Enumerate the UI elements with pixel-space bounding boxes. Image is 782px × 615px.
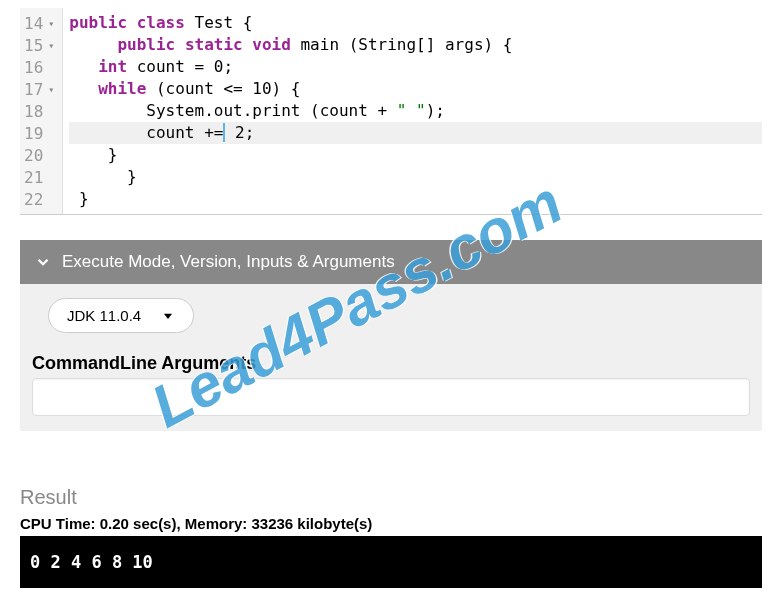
gutter-line: 15▾ — [24, 34, 54, 56]
code-line[interactable]: } — [69, 166, 762, 188]
code-line[interactable]: public class Test { — [69, 12, 762, 34]
gutter-line: 21 — [24, 166, 54, 188]
result-title: Result — [20, 486, 762, 509]
gutter-line: 16 — [24, 56, 54, 78]
code-line[interactable]: System.out.print (count + " "); — [69, 100, 762, 122]
gutter-line: 18 — [24, 100, 54, 122]
settings-header-label: Execute Mode, Version, Inputs & Argument… — [62, 252, 395, 272]
code-line[interactable]: public static void main (String[] args) … — [69, 34, 762, 56]
gutter-line: 14▾ — [24, 12, 54, 34]
code-line[interactable]: } — [69, 188, 762, 210]
caret-down-icon — [161, 309, 175, 323]
args-input[interactable] — [32, 378, 750, 416]
line-gutter: 14▾ 15▾ 16 17▾ 18 19 20 21 22 — [20, 8, 63, 214]
gutter-line: 20 — [24, 144, 54, 166]
gutter-line: 19 — [24, 122, 54, 144]
result-output: 0 2 4 6 8 10 — [20, 536, 762, 588]
fold-icon[interactable]: ▾ — [46, 40, 54, 51]
args-label: CommandLine Arguments — [32, 353, 762, 374]
result-section: Result CPU Time: 0.20 sec(s), Memory: 33… — [20, 486, 762, 588]
code-line[interactable]: count += 2; — [69, 122, 762, 144]
fold-icon[interactable]: ▾ — [46, 84, 54, 95]
gutter-line: 17▾ — [24, 78, 54, 100]
code-line[interactable]: while (count <= 10) { — [69, 78, 762, 100]
code-editor[interactable]: 14▾ 15▾ 16 17▾ 18 19 20 21 22 public cla… — [20, 8, 762, 215]
code-line[interactable]: } — [69, 144, 762, 166]
jdk-version-label: JDK 11.0.4 — [67, 307, 141, 324]
settings-header[interactable]: Execute Mode, Version, Inputs & Argument… — [20, 240, 762, 284]
svg-marker-0 — [164, 313, 172, 318]
jdk-version-select[interactable]: JDK 11.0.4 — [48, 298, 194, 333]
result-stats: CPU Time: 0.20 sec(s), Memory: 33236 kil… — [20, 515, 762, 532]
fold-icon[interactable]: ▾ — [46, 18, 54, 29]
chevron-down-icon — [34, 253, 52, 271]
code-line[interactable]: int count = 0; — [69, 56, 762, 78]
gutter-line: 22 — [24, 188, 54, 210]
code-content[interactable]: public class Test { public static void m… — [63, 8, 762, 214]
settings-panel: Execute Mode, Version, Inputs & Argument… — [20, 240, 762, 431]
